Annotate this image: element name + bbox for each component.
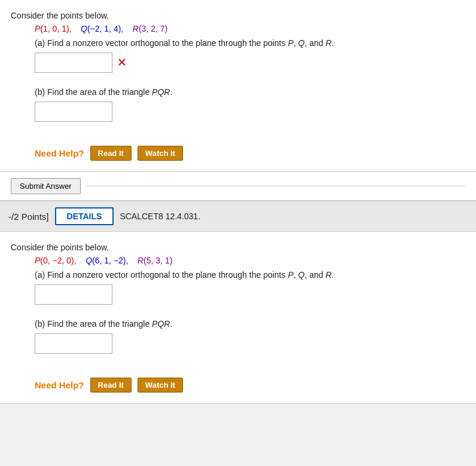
- problem2-need-help-row: Need Help? Read It Watch It: [35, 378, 465, 393]
- problem1-watch-it-button[interactable]: Watch It: [138, 146, 183, 161]
- problem2-point-r: R(5, 3, 1): [138, 256, 172, 265]
- problem2-read-it-button[interactable]: Read It: [90, 378, 132, 393]
- problem2-part-b-input[interactable]: [35, 333, 112, 354]
- details-tab-button[interactable]: DETAILS: [55, 207, 114, 225]
- problem2-need-help-label: Need Help?: [35, 380, 84, 390]
- details-bar: -/2 Points] DETAILS SCALCET8 12.4.031.: [0, 201, 476, 232]
- problem2-watch-it-button[interactable]: Watch It: [138, 378, 183, 393]
- problem1-section: Consider the points below. P(1, 0, 1), Q…: [0, 0, 476, 172]
- problem1-part-a-input-row: ✕: [35, 53, 465, 73]
- problem1-need-help-row: Need Help? Read It Watch It: [35, 146, 465, 161]
- problem2-part-b-label: (b) Find the area of the triangle PQR.: [35, 319, 465, 329]
- submit-row: Submit Answer: [0, 172, 476, 201]
- problem1-point-p: P(1, 0, 1),: [35, 24, 71, 33]
- problem2-part-b-input-row: [35, 333, 465, 354]
- problem2-point-p: P(0, −2, 0),: [35, 256, 77, 265]
- details-points-label: -/2 Points]: [8, 211, 49, 222]
- problem1-part-b-input[interactable]: [35, 102, 112, 122]
- problem1-read-it-button[interactable]: Read It: [90, 146, 132, 161]
- details-code-label: SCALCET8 12.4.031.: [120, 211, 200, 221]
- problem2-part-a-label: (a) Find a nonzero vector orthogonal to …: [35, 270, 465, 280]
- problem1-points-line: P(1, 0, 1), Q(−2, 1, 4), R(3, 2, 7): [35, 24, 465, 33]
- submit-answer-button[interactable]: Submit Answer: [11, 178, 81, 194]
- problem1-point-r: R(3, 2, 7): [133, 24, 167, 33]
- problem1-part-a-label: (a) Find a nonzero vector orthogonal to …: [35, 38, 465, 48]
- problem2-part-a-input[interactable]: [35, 284, 112, 305]
- problem1-point-q: Q(−2, 1, 4),: [81, 24, 123, 33]
- problem1-consider-text: Consider the points below.: [11, 11, 465, 20]
- problem2-consider-text: Consider the points below.: [11, 243, 465, 252]
- problem1-part-a-input[interactable]: [35, 53, 112, 73]
- problem2-points-line: P(0, −2, 0), Q(6, 1, −2), R(5, 3, 1): [35, 256, 465, 265]
- problem1-need-help-label: Need Help?: [35, 148, 84, 158]
- problem2-section: Consider the points below. P(0, −2, 0), …: [0, 232, 476, 404]
- problem1-part-b-input-row: [35, 102, 465, 122]
- problem1-part-b-label: (b) Find the area of the triangle PQR.: [35, 87, 465, 97]
- problem2-point-q: Q(6, 1, −2),: [86, 256, 128, 265]
- problem2-part-a-input-row: [35, 284, 465, 305]
- problem1-error-icon: ✕: [117, 56, 126, 69]
